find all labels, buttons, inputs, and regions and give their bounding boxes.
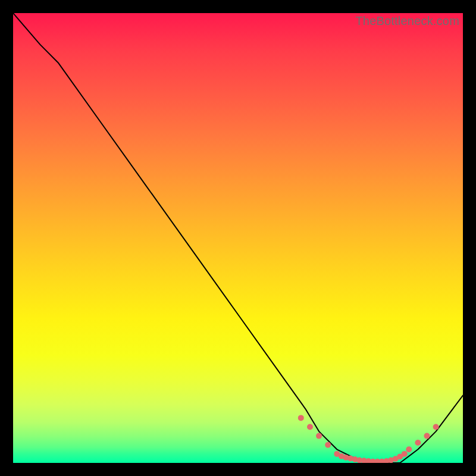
marker-dot [397,453,403,459]
marker-dot [424,433,430,439]
marker-dot [433,424,439,430]
marker-dot [339,453,345,459]
curve-group [13,13,463,463]
marker-dot [298,415,304,421]
marker-dot [356,458,362,464]
marker-dot [325,442,331,448]
marker-dot [347,455,353,461]
marker-dot [352,456,358,462]
marker-dot [334,451,340,457]
marker-dot [370,459,376,463]
flat-region-dots [298,415,439,463]
marker-dot [406,446,412,452]
chart-overlay [13,13,463,463]
plot-area: TheBottleneck.com [13,13,463,463]
marker-dot [379,459,385,463]
marker-dot [393,456,399,462]
chart-frame: TheBottleneck.com [0,0,476,476]
marker-dot [384,458,390,463]
marker-dot [365,458,371,463]
marker-dot [374,459,380,463]
marker-dot [361,458,367,463]
marker-dot [402,451,408,457]
marker-dot [415,440,421,446]
marker-dot [316,433,322,439]
marker-dot [343,455,349,461]
marker-dot [307,424,313,430]
curve-path [13,13,463,463]
watermark-text: TheBottleneck.com [355,14,459,28]
marker-dot [388,458,394,464]
